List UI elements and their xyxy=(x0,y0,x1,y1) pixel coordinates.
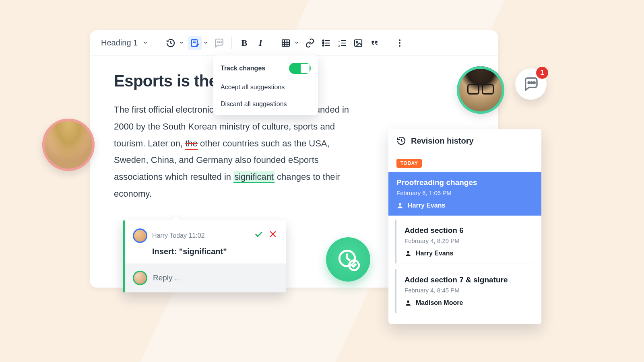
svg-point-5 xyxy=(221,41,222,42)
inserted-text[interactable]: significant xyxy=(233,171,275,183)
chevron-down-icon[interactable] xyxy=(203,39,208,47)
revision-clock-icon xyxy=(326,237,370,282)
bold-button[interactable]: B xyxy=(237,36,251,50)
more-icon[interactable] xyxy=(393,36,407,50)
revision-item-title: Proofreading changes xyxy=(396,178,533,187)
accept-all-button[interactable]: Accept all suggestions xyxy=(213,79,318,96)
svg-point-29 xyxy=(528,82,530,84)
svg-rect-22 xyxy=(355,40,362,46)
svg-point-23 xyxy=(356,41,358,43)
notifications-button[interactable]: 1 xyxy=(515,68,547,100)
menu-item-label: Accept all suggestions xyxy=(221,84,285,91)
track-changes-dropdown: Track changes Accept all suggestions Dis… xyxy=(213,56,318,115)
revision-item-author: Madison Moore xyxy=(405,299,527,306)
toolbar-separator xyxy=(387,37,387,49)
toolbar-separator xyxy=(231,37,232,49)
numbered-list-icon[interactable]: 12 xyxy=(335,36,349,50)
blockquote-icon[interactable] xyxy=(367,36,381,50)
svg-point-26 xyxy=(399,45,400,47)
svg-point-3 xyxy=(217,41,218,42)
today-badge: TODAY xyxy=(396,159,422,168)
revision-item-author: Harry Evans xyxy=(405,250,527,257)
track-changes-label: Track changes xyxy=(221,65,265,72)
svg-point-24 xyxy=(399,39,400,41)
revision-item-time: February 6, 1:06 PM xyxy=(396,189,533,196)
history-icon xyxy=(396,136,406,146)
chevron-down-icon xyxy=(142,38,148,47)
revision-item[interactable]: Added section 6 February 4, 8:29 PM Harr… xyxy=(395,220,535,263)
suggestion-body: Insert: "significant" xyxy=(152,247,277,256)
history-icon[interactable] xyxy=(164,36,178,50)
bulleted-list-icon[interactable] xyxy=(319,36,333,50)
svg-point-13 xyxy=(323,45,324,46)
toolbar: Heading 1 B I xyxy=(90,30,498,56)
reply-placeholder: Reply ... xyxy=(153,274,181,282)
track-changes-switch[interactable] xyxy=(289,63,311,74)
revision-item-time: February 4, 8:29 PM xyxy=(405,237,527,244)
toolbar-separator xyxy=(273,37,273,49)
suggestion-author-line: Harry Today 11:02 xyxy=(152,232,250,239)
collaborator-avatar xyxy=(457,66,504,114)
svg-rect-6 xyxy=(282,40,289,46)
svg-point-31 xyxy=(533,82,535,84)
user-icon xyxy=(405,250,412,257)
deleted-text[interactable]: the xyxy=(185,138,198,150)
track-changes-icon[interactable] xyxy=(188,36,202,50)
italic-button[interactable]: I xyxy=(254,36,267,50)
collaborator-avatar xyxy=(42,119,95,171)
revision-history-title: Revision history xyxy=(411,136,474,146)
revision-item[interactable]: Proofreading changes February 6, 1:06 PM… xyxy=(388,172,541,216)
svg-point-30 xyxy=(531,82,533,84)
suggestion-reply-row[interactable]: Reply ... xyxy=(125,263,286,292)
toolbar-separator xyxy=(158,37,158,49)
svg-text:2: 2 xyxy=(338,44,340,47)
svg-point-25 xyxy=(399,42,400,44)
revision-item-title: Added section 6 xyxy=(405,226,527,235)
comment-icon[interactable] xyxy=(212,36,226,50)
svg-point-12 xyxy=(323,42,324,43)
svg-point-4 xyxy=(219,41,220,42)
chevron-down-icon[interactable] xyxy=(294,39,299,47)
svg-point-35 xyxy=(407,251,409,253)
revision-item-time: February 4, 8:45 PM xyxy=(405,287,527,294)
table-icon[interactable] xyxy=(279,36,293,50)
revision-item-author: Harry Evans xyxy=(396,202,533,209)
notification-badge: 1 xyxy=(536,67,548,79)
link-icon[interactable] xyxy=(303,36,317,50)
reject-suggestion-button[interactable] xyxy=(269,230,277,241)
svg-point-36 xyxy=(407,300,409,303)
suggestion-card: Harry Today 11:02 Insert: "significant" … xyxy=(123,220,286,292)
revision-history-header: Revision history xyxy=(388,129,541,153)
user-icon xyxy=(405,299,412,306)
discard-all-button[interactable]: Discard all suggestions xyxy=(213,96,318,113)
image-icon[interactable] xyxy=(351,36,365,50)
document-paragraph: The first official electronic sports ass… xyxy=(114,101,359,202)
heading-select-label: Heading 1 xyxy=(101,38,138,47)
avatar xyxy=(133,228,147,243)
revision-item[interactable]: Added section 7 & signature February 4, … xyxy=(395,269,535,313)
track-changes-toggle-row[interactable]: Track changes xyxy=(213,58,318,79)
user-icon xyxy=(396,202,404,209)
svg-text:1: 1 xyxy=(338,39,340,43)
revision-history-panel: Revision history TODAY Proofreading chan… xyxy=(388,129,541,324)
accept-suggestion-button[interactable] xyxy=(254,230,263,241)
avatar xyxy=(133,271,147,285)
heading-select[interactable]: Heading 1 xyxy=(97,36,152,50)
revision-item-title: Added section 7 & signature xyxy=(405,276,527,284)
chevron-down-icon[interactable] xyxy=(179,39,184,47)
menu-item-label: Discard all suggestions xyxy=(221,101,287,108)
svg-point-11 xyxy=(323,40,324,41)
svg-point-34 xyxy=(399,203,401,206)
